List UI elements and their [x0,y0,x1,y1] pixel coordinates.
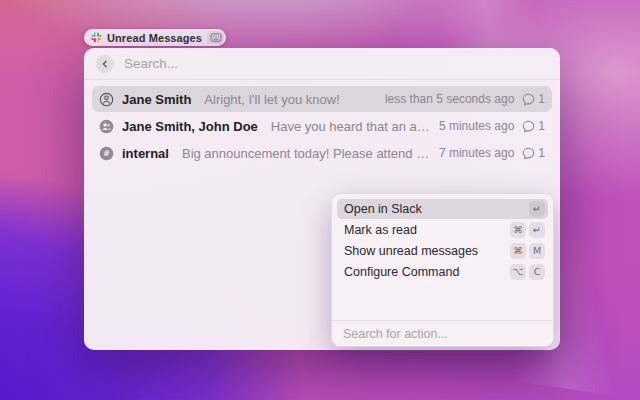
shortcut-keys: ⌘ M [510,243,545,259]
action-item-mark-as-read[interactable]: Mark as read ⌘ ↵ [337,220,548,240]
keyboard-icon [207,31,224,44]
command-chip-label: Unread Messages [107,32,202,44]
message-preview: Have you heard that an announcement is c… [271,119,431,134]
reply-count-value: 1 [538,92,545,106]
desktop: Unread Messages Jane Smith Alright, I'll… [0,0,640,400]
chat-bubble-icon [522,147,535,160]
back-button[interactable] [96,55,114,73]
return-key: ↵ [529,201,545,217]
hash-icon: # [99,146,114,161]
message-row[interactable]: # internal Big announcement today! Pleas… [92,140,552,166]
action-item-show-unread-messages[interactable]: Show unread messages ⌘ M [337,241,548,261]
action-item-label: Configure Command [344,265,459,279]
reply-count: 1 [522,92,545,106]
m-key: M [529,243,545,259]
message-time: 7 minutes ago [439,146,514,160]
reply-count: 1 [522,146,545,160]
person-icon [99,92,114,107]
action-search-input[interactable] [332,321,553,346]
action-panel: Open in Slack ↵ Mark as read ⌘ ↵ Show un… [331,193,554,347]
shortcut-keys: ⌘ ↵ [510,222,545,238]
slack-icon [91,32,102,43]
action-item-label: Mark as read [344,223,417,237]
command-key: ⌘ [510,222,526,238]
command-chip[interactable]: Unread Messages [84,29,226,46]
action-item-configure-command[interactable]: Configure Command ⌥ C [337,262,548,282]
message-time: 5 minutes ago [439,119,514,133]
people-icon [99,119,114,134]
reply-count: 1 [522,119,545,133]
search-bar [84,48,560,79]
shortcut-keys: ⌥ C [510,264,545,280]
message-row[interactable]: Jane Smith Alright, I'll let you know! l… [92,86,552,112]
message-preview: Alright, I'll let you know! [204,92,377,107]
chat-bubble-icon [522,120,535,133]
action-item-label: Show unread messages [344,244,478,258]
reply-count-value: 1 [538,119,545,133]
panel-spacer [332,287,553,320]
chevron-left-icon [100,59,110,69]
command-key: ⌘ [510,243,526,259]
option-key: ⌥ [510,264,526,280]
message-time: less than 5 seconds ago [385,92,514,106]
action-item-open-in-slack[interactable]: Open in Slack ↵ [337,199,548,219]
message-title: internal [122,146,169,161]
raycast-window: Jane Smith Alright, I'll let you know! l… [84,48,560,350]
message-row[interactable]: Jane Smith, John Doe Have you heard that… [92,113,552,139]
reply-count-value: 1 [538,146,545,160]
message-title: Jane Smith, John Doe [122,119,258,134]
svg-text:#: # [103,149,110,158]
search-input[interactable] [124,56,548,71]
return-key: ↵ [529,222,545,238]
message-list: Jane Smith Alright, I'll let you know! l… [84,80,560,166]
action-item-label: Open in Slack [344,202,422,216]
chat-bubble-icon [522,93,535,106]
c-key: C [529,264,545,280]
message-preview: Big announcement today! Please attend th… [182,146,431,161]
message-title: Jane Smith [122,92,191,107]
action-panel-items: Open in Slack ↵ Mark as read ⌘ ↵ Show un… [332,194,553,287]
shortcut-keys: ↵ [529,201,545,217]
